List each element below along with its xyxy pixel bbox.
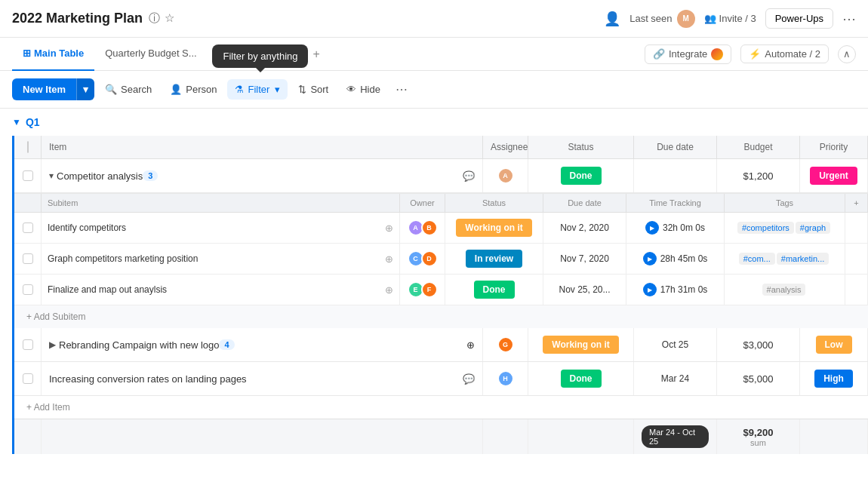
subitem-header: Subitem Owner Status Due date Time Track… bbox=[14, 194, 868, 213]
person-button[interactable]: 👤 Person bbox=[162, 79, 224, 100]
summary-row: Mar 24 - Oct 25 $9,200 sum bbox=[14, 419, 868, 454]
toolbar-more-icon[interactable]: ⋯ bbox=[391, 79, 412, 100]
sub-row2-checkbox[interactable] bbox=[14, 244, 42, 274]
sub-row3-add-icon[interactable]: ⊕ bbox=[385, 284, 393, 296]
subitem-row-2: Graph competitors marketing position ⊕ C… bbox=[14, 244, 868, 275]
row3-budget: $5,000 bbox=[717, 362, 800, 395]
app-title: 2022 Marketing Plan bbox=[12, 11, 143, 26]
row-checkbox-1[interactable] bbox=[14, 159, 42, 192]
integrate-label: Integrate bbox=[669, 48, 707, 60]
sub-row3-play-icon[interactable]: ▶ bbox=[643, 283, 657, 296]
row1-budget-value: $1,200 bbox=[743, 170, 774, 182]
automate-label: Automate / 2 bbox=[765, 48, 820, 60]
tab-quarterly-budget[interactable]: Quarterly Budget S... bbox=[94, 38, 207, 71]
row2-status[interactable]: Working on it bbox=[528, 328, 634, 361]
summary-td-assignee bbox=[483, 419, 528, 454]
search-button[interactable]: 🔍 Search bbox=[97, 79, 159, 100]
main-table-icon: ⊞ bbox=[23, 48, 31, 59]
sub-row3-date: Nov 25, 20... bbox=[559, 284, 610, 295]
sub-row1-play-icon[interactable]: ▶ bbox=[645, 221, 659, 235]
tab-main-table[interactable]: ⊞ Main Table bbox=[12, 38, 94, 71]
row1-status[interactable]: Done bbox=[528, 159, 634, 192]
tab-main-table-label: Main Table bbox=[34, 48, 84, 59]
sub-row2-title: Graph competitors marketing position ⊕ bbox=[42, 244, 400, 274]
invite-button[interactable]: 👥 Invite / 3 bbox=[704, 13, 756, 24]
last-seen-label: Last seen bbox=[629, 13, 672, 24]
sub-th-checkbox bbox=[14, 194, 42, 212]
row1-chat-icon[interactable]: 💬 bbox=[463, 170, 475, 182]
new-item-caret-icon[interactable]: ▾ bbox=[76, 78, 94, 100]
star-icon[interactable]: ☆ bbox=[165, 11, 174, 26]
sub-row3-checkbox[interactable] bbox=[14, 275, 42, 305]
sub-row1-status[interactable]: Working on it bbox=[445, 213, 543, 243]
row1-expand-icon[interactable]: ▾ bbox=[49, 170, 54, 181]
info-icon[interactable]: ⓘ bbox=[149, 11, 160, 26]
summary-date-range: Mar 24 - Oct 25 bbox=[642, 425, 709, 448]
new-item-button[interactable]: New Item ▾ bbox=[12, 78, 94, 100]
row3-budget-value: $5,000 bbox=[743, 373, 774, 385]
sub-row3-avatar2: F bbox=[421, 281, 438, 298]
hide-label: Hide bbox=[360, 84, 380, 95]
row2-priority[interactable]: Low bbox=[800, 328, 868, 361]
filter-label: Filter bbox=[248, 84, 269, 95]
collapse-tabs-button[interactable]: ∧ bbox=[838, 45, 856, 63]
sub-row2-status[interactable]: In review bbox=[445, 244, 543, 274]
toolbar: New Item ▾ 🔍 Search 👤 Person Filter by a… bbox=[0, 71, 868, 109]
row2-budget: $3,000 bbox=[717, 328, 800, 361]
sub-th-owner: Owner bbox=[400, 194, 445, 212]
add-item-button[interactable]: + Add Item bbox=[14, 396, 868, 419]
sub-row1-date: Nov 2, 2020 bbox=[560, 222, 609, 233]
add-tab-button[interactable]: + bbox=[307, 48, 326, 61]
filter-button[interactable]: ⚗ Filter ▾ bbox=[227, 79, 288, 100]
summary-budget-value: $9,200 bbox=[743, 427, 774, 438]
sub-row1-checkbox[interactable] bbox=[14, 213, 42, 243]
sub-row3-title-text: Finalize and map out anaylsis bbox=[48, 284, 167, 295]
row2-expand-icon[interactable]: ▶ bbox=[49, 339, 56, 350]
last-seen: Last seen M bbox=[629, 10, 694, 28]
more-options-icon[interactable]: ⋯ bbox=[842, 11, 856, 27]
sub-row2-title-text: Graph competitors marketing position bbox=[48, 253, 198, 264]
sub-th-subitem: Subitem bbox=[42, 194, 400, 212]
row3-chat-icon[interactable]: 💬 bbox=[463, 373, 475, 385]
row1-checkbox[interactable] bbox=[23, 170, 33, 181]
header-checkbox[interactable] bbox=[27, 141, 29, 153]
tabs-bar: ⊞ Main Table Quarterly Budget S... Kanba… bbox=[0, 38, 868, 71]
row3-priority[interactable]: High bbox=[800, 362, 868, 395]
sort-button[interactable]: ⇅ Sort bbox=[291, 79, 336, 100]
sub-row2-due-date: Nov 7, 2020 bbox=[543, 244, 626, 274]
integrate-button[interactable]: 🔗 Integrate bbox=[645, 44, 731, 64]
row1-priority[interactable]: Urgent bbox=[800, 159, 868, 192]
row2-add-icon[interactable]: ⊕ bbox=[466, 339, 475, 351]
add-item-label: + Add Item bbox=[26, 402, 70, 413]
row2-title: Rebranding Campaign with new logo bbox=[59, 339, 219, 351]
row3-checkbox-td[interactable] bbox=[14, 362, 42, 395]
person-icon: 👤 bbox=[170, 84, 182, 95]
person-circle-icon: 👤 bbox=[604, 11, 620, 27]
sub-row2-avatar-group: C D bbox=[409, 252, 436, 265]
sub-row3-owner: E F bbox=[400, 275, 445, 305]
sub-row1-extra bbox=[845, 213, 868, 243]
invite-label: Invite / 3 bbox=[719, 13, 756, 24]
sub-row1-add-icon[interactable]: ⊕ bbox=[385, 222, 393, 234]
section-q1-collapse-icon[interactable]: ▼ bbox=[12, 117, 21, 127]
automate-icon: ⚡ bbox=[749, 48, 761, 60]
sub-th-add[interactable]: + bbox=[845, 194, 868, 212]
power-ups-button[interactable]: Power-Ups bbox=[765, 8, 833, 29]
automate-button[interactable]: ⚡ Automate / 2 bbox=[740, 44, 829, 63]
row2-checkbox[interactable] bbox=[23, 339, 33, 350]
row1-status-badge: Done bbox=[561, 167, 602, 185]
row2-status-badge: Working on it bbox=[543, 336, 618, 354]
sub-row2-add-icon[interactable]: ⊕ bbox=[385, 253, 393, 265]
summary-td-priority bbox=[800, 419, 868, 454]
hide-button[interactable]: 👁 Hide bbox=[339, 79, 388, 100]
add-subitem-button[interactable]: + Add Subitem bbox=[14, 305, 868, 328]
row2-checkbox-td[interactable] bbox=[14, 328, 42, 361]
sub-row3-extra bbox=[845, 275, 868, 305]
sub-row2-play-icon[interactable]: ▶ bbox=[643, 252, 657, 265]
th-budget: Budget bbox=[717, 136, 800, 158]
row3-status[interactable]: Done bbox=[528, 362, 634, 395]
sub-th-due-date: Due date bbox=[543, 194, 626, 212]
row3-checkbox[interactable] bbox=[23, 373, 33, 384]
new-item-label[interactable]: New Item bbox=[12, 78, 76, 100]
sub-row3-status[interactable]: Done bbox=[445, 275, 543, 305]
